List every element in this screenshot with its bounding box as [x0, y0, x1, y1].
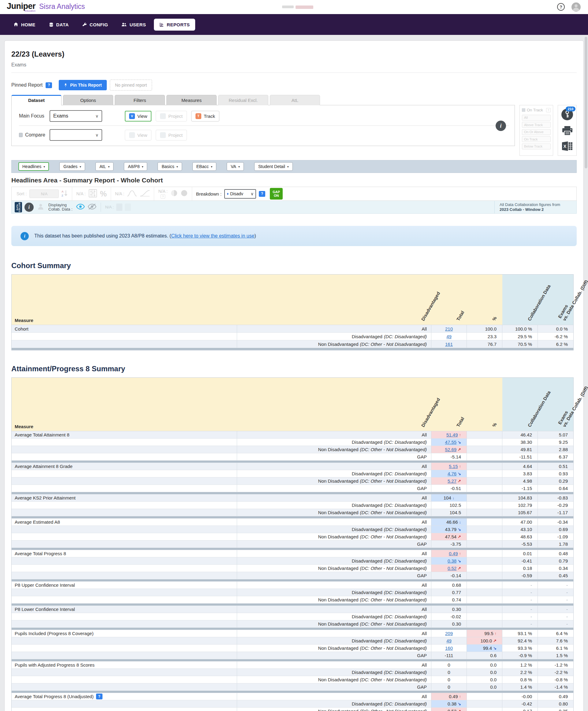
numbers-na-label: N/A :	[76, 191, 85, 196]
breakdown-select[interactable]: ♦ Disadv ∨	[224, 189, 256, 199]
trend-up-icon: ↗	[458, 448, 461, 451]
compare-project-button[interactable]: Project	[156, 130, 187, 141]
cell-pct: 0.0	[467, 662, 502, 668]
info-icon[interactable]: i	[496, 121, 506, 131]
cell-diff: 6.4 %	[538, 630, 573, 637]
block-separator	[12, 461, 573, 463]
nav-item-users[interactable]: USERS	[116, 19, 151, 30]
estimates-link[interactable]: Click here to view the estimates in use	[171, 233, 254, 238]
pin-this-report-button[interactable]: Pin This Report	[59, 80, 107, 90]
print-icon[interactable]	[562, 126, 573, 137]
avatar[interactable]	[571, 2, 581, 12]
measure-help-icon[interactable]: ?	[96, 693, 103, 699]
cell-total: 102.5	[431, 502, 467, 509]
report-nav-student-detail[interactable]: Student Detail▾	[254, 162, 293, 171]
value-link[interactable]: 4.76	[448, 471, 456, 476]
cell-total: -0.51	[431, 485, 467, 492]
main-focus-select[interactable]: Exams ∨	[49, 110, 102, 122]
cell-pct	[467, 477, 502, 484]
report-nav-a8-p8[interactable]: A8/P8▾	[124, 162, 147, 171]
value-link[interactable]: 0.49	[449, 551, 458, 556]
value-link[interactable]: 210	[445, 326, 453, 331]
value-link[interactable]: 160	[445, 646, 453, 651]
value-text: 102.5	[450, 502, 461, 508]
nav-item-data[interactable]: DATA	[43, 19, 74, 30]
gap-on-toggle[interactable]: GAP ON	[270, 188, 283, 199]
nav-item-reports[interactable]: REPORTS	[154, 19, 195, 30]
collab-info-icon[interactable]: i	[24, 202, 34, 212]
value-text: 5.07	[559, 432, 568, 437]
value-link[interactable]: 209	[445, 631, 453, 636]
eye-on-icon[interactable]	[76, 203, 85, 211]
cell-diff: -	[538, 582, 573, 588]
collab-source-note: All Data Collaboration figures from 2023…	[494, 201, 573, 213]
value-text: 2.88	[559, 447, 568, 452]
report-nav-va[interactable]: VA▾	[227, 162, 244, 171]
value-text: -5.53	[522, 541, 532, 547]
table-row: Non Disadvantaged(DC: Other - Not Disadv…	[12, 620, 573, 628]
redacted-school-name-2	[296, 5, 313, 9]
tab-measures[interactable]: Measures	[167, 95, 217, 105]
view-button[interactable]: V View	[125, 111, 151, 122]
on-track-checkbox[interactable]	[522, 108, 525, 112]
cell-total: 0.38↘	[431, 700, 467, 707]
value-text: 6.1 %	[556, 646, 568, 651]
compare-view-button[interactable]: View	[125, 130, 151, 141]
value-link[interactable]: 161	[445, 342, 453, 347]
table-row: Non Disadvantaged(DC: Other - Not Disadv…	[12, 533, 573, 540]
cell-diff: -	[538, 613, 573, 620]
excel-export-icon[interactable]: X	[562, 141, 573, 152]
table-row: Disadvantaged(DC: Disadvantaged)0.38↘-0.…	[12, 557, 573, 565]
report-nav-atl[interactable]: AtL▾	[95, 162, 113, 171]
on-track-option-on-or-above[interactable]: On Or Above	[522, 129, 551, 135]
tab-dataset[interactable]: Dataset	[11, 95, 62, 105]
trend-up-icon: ↗	[458, 535, 461, 539]
report-nav-ebacc[interactable]: EBacc▾	[192, 162, 217, 171]
value-link[interactable]: 51.49	[447, 432, 458, 437]
help-icon[interactable]: ?	[557, 3, 565, 11]
eye-off-icon[interactable]	[88, 203, 96, 211]
value-text: 0.49	[559, 694, 568, 699]
nav-item-label: HOME	[21, 22, 36, 27]
report-nav-headlines[interactable]: Headlines▾	[18, 162, 49, 171]
trend-up-icon: ↗	[458, 566, 461, 570]
on-track-option-on-track[interactable]: On Track	[522, 136, 551, 142]
nav-item-home[interactable]: HOME	[8, 19, 41, 30]
scrollbar-thumb[interactable]	[585, 37, 587, 168]
value-text: -1.15	[522, 486, 532, 491]
value-link[interactable]: 5.15	[449, 464, 458, 469]
value-link[interactable]: 47.55	[445, 439, 457, 445]
report-nav-basics[interactable]: Basics▾	[157, 162, 182, 171]
on-track-option-above-track[interactable]: Above Track	[522, 122, 551, 128]
report-nav-grades[interactable]: Grades▾	[59, 162, 85, 171]
tab-residual-excl-[interactable]: Residual Excl.	[218, 95, 268, 105]
cell-breakdown-label: Disadvantaged(DC: Disadvantaged)	[237, 637, 431, 644]
nav-item-config[interactable]: CONFIG	[77, 19, 114, 30]
compare-checkbox[interactable]	[19, 133, 23, 137]
breakdown-help-icon[interactable]: ?	[259, 191, 265, 197]
value-link[interactable]: 5.27	[448, 478, 456, 483]
trend-up-icon: ↗	[493, 639, 497, 643]
tab-filters[interactable]: Filters	[115, 95, 165, 105]
cell-breakdown-label: Non Disadvantaged(DC: Other - Not Disadv…	[237, 708, 431, 711]
cell-total: 209	[431, 630, 467, 637]
value-text: 0.52	[448, 709, 456, 711]
on-track-option-below-track[interactable]: Below Track	[522, 144, 551, 149]
compare-select[interactable]: ∨	[49, 129, 102, 141]
value-link[interactable]: 0.52	[448, 566, 456, 571]
breakdown-label-note: (DC: Other - Not Disadvantaged)	[360, 646, 427, 651]
tab-atl[interactable]: AtL	[270, 95, 320, 105]
value-link[interactable]: 52.69	[445, 447, 457, 452]
pie-help-icon: ?	[160, 194, 165, 199]
value-link[interactable]: 49	[447, 638, 452, 643]
on-track-option-all[interactable]: All	[522, 115, 551, 121]
tab-options[interactable]: Options	[63, 95, 113, 105]
project-button[interactable]: Project	[156, 111, 187, 122]
value-link[interactable]: 0.38	[448, 558, 456, 563]
sort-na-button[interactable]: N/A	[29, 190, 59, 198]
track-button[interactable]: T Track	[191, 111, 219, 122]
pinned-help-icon[interactable]: ?	[46, 82, 52, 88]
value-link[interactable]: 49	[447, 334, 452, 339]
on-track-help-icon[interactable]: ?	[546, 108, 551, 112]
cell-diff: -0.29	[538, 502, 573, 509]
